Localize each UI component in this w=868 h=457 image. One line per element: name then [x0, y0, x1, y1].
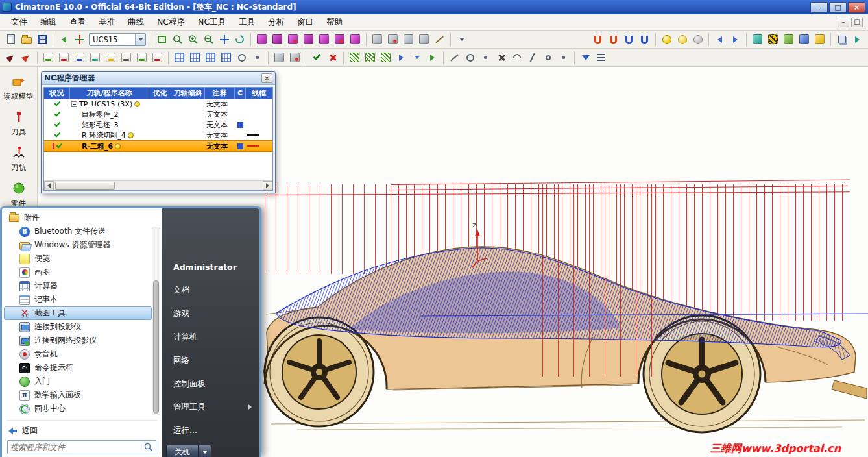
start-right-control-panel[interactable]: 控制面板	[162, 372, 259, 395]
start-item-sticky-notes[interactable]: 便笺	[4, 252, 152, 266]
layers-icon[interactable]	[834, 32, 849, 47]
point-entity-icon[interactable]	[250, 50, 265, 65]
cross-tool-icon[interactable]	[494, 50, 509, 65]
start-right-computer[interactable]: 计算机	[162, 325, 259, 349]
clamp-icon-1[interactable]	[590, 32, 605, 47]
start-item-network-projector[interactable]: 连接到网络投影仪	[4, 334, 152, 347]
circle-tool-icon[interactable]	[463, 50, 477, 65]
scroll-thumb[interactable]	[55, 182, 115, 190]
menu-help[interactable]: 帮助	[320, 15, 348, 30]
mdi-minimize-button[interactable]: –	[838, 18, 849, 27]
style-icon-4[interactable]	[88, 50, 102, 65]
start-right-documents[interactable]: 文档	[162, 278, 259, 302]
style-icon-8[interactable]	[150, 50, 165, 65]
table-icon-1[interactable]	[172, 50, 187, 65]
mdi-restore-button[interactable]: □	[851, 18, 863, 27]
menu-nc-tools[interactable]: NC工具	[192, 15, 232, 30]
zoom-out-icon[interactable]	[201, 32, 216, 47]
start-menu-scrollbar[interactable]	[152, 227, 160, 415]
point-tool-icon[interactable]	[478, 50, 493, 65]
arrow-right-icon[interactable]	[394, 50, 409, 65]
col-wireframe[interactable]: 线框	[246, 88, 272, 99]
col-optimize[interactable]: 优化	[149, 88, 171, 99]
rotate-view-icon[interactable]	[232, 32, 247, 47]
solid-cube-icon-3[interactable]	[401, 32, 416, 47]
nc-row-stock[interactable]: 矩形毛坯_3 无文本	[44, 119, 272, 130]
previous-view-icon[interactable]	[56, 32, 71, 47]
start-item-getting-started[interactable]: 入门	[4, 375, 152, 388]
circle-entity-icon[interactable]	[234, 50, 249, 65]
start-right-games[interactable]: 游戏	[162, 302, 259, 325]
sidebar-item-toolpath[interactable]: 刀轨	[11, 146, 26, 173]
nc-row-toolpath-group[interactable]: TP_UCS15 (3X) 无文本	[44, 99, 272, 109]
start-item-sound-recorder[interactable]: 录音机	[4, 347, 152, 361]
sidebar-item-part[interactable]: 零件	[11, 182, 26, 208]
ucs-axes-icon[interactable]	[72, 32, 87, 47]
menu-edit[interactable]: 编辑	[34, 15, 62, 30]
nc-row-contour-cut[interactable]: R-环绕切削_4 无文本	[44, 130, 272, 140]
col-note[interactable]: 注释	[205, 88, 235, 99]
line-tool-icon[interactable]	[447, 50, 462, 65]
table-icon-3[interactable]	[203, 50, 218, 65]
start-item-projector[interactable]: 连接到投影仪	[4, 320, 152, 334]
tp-cube-icon-5[interactable]	[317, 32, 332, 47]
arrow-down-icon[interactable]	[409, 50, 424, 65]
ucs-selector[interactable]: UCS15	[89, 33, 146, 46]
vise-icon-2[interactable]	[287, 50, 302, 65]
style-icon-1[interactable]	[41, 50, 56, 65]
arc-tool-icon[interactable]	[509, 50, 524, 65]
start-item-explorer[interactable]: Windows 资源管理器	[4, 238, 152, 252]
arrow-pair-icon[interactable]	[425, 50, 440, 65]
select-cursor-icon[interactable]	[3, 50, 18, 65]
save-icon[interactable]	[34, 32, 49, 47]
start-item-math-input[interactable]: 数学输入面板	[4, 388, 152, 402]
style-icon-7[interactable]	[134, 50, 149, 65]
col-tilt[interactable]: 刀轴倾斜	[171, 88, 205, 99]
zoom-window-icon[interactable]	[170, 32, 185, 47]
close-button[interactable]: ×	[848, 2, 865, 13]
dot-tool-icon[interactable]	[556, 50, 571, 65]
pick-cursor-icon[interactable]	[19, 50, 34, 65]
menu-view[interactable]: 查看	[64, 15, 91, 30]
misc-icon-1[interactable]	[750, 32, 765, 47]
lightbulb-icon[interactable]	[134, 101, 140, 107]
menu-file[interactable]: 文件	[5, 15, 33, 30]
lightbulb-icon[interactable]	[128, 132, 134, 138]
solid-cube-icon-2[interactable]	[385, 32, 400, 47]
tp-cube-icon-6[interactable]	[332, 32, 347, 47]
start-back-button[interactable]: 返回	[2, 423, 162, 439]
small-circle-tool-icon[interactable]	[540, 50, 555, 65]
start-item-snipping-tool[interactable]: 截图工具	[4, 306, 152, 320]
hatch-icon-1[interactable]	[347, 50, 362, 65]
menu-nc-program[interactable]: NC程序	[151, 15, 191, 30]
nc-close-button[interactable]: ×	[261, 73, 272, 83]
style-icon-2[interactable]	[56, 50, 71, 65]
clamp-icon-3[interactable]	[621, 32, 636, 47]
nc-horizontal-scrollbar[interactable]	[44, 180, 272, 190]
next-arrow-icon[interactable]	[728, 32, 743, 47]
style-icon-6[interactable]	[119, 50, 134, 65]
col-status[interactable]: 状况	[44, 88, 70, 99]
menu-tools[interactable]: 工具	[233, 15, 261, 30]
tree-collapse-icon[interactable]	[71, 101, 77, 107]
start-item-bluetooth[interactable]: Bluetooth 文件传送	[4, 225, 152, 238]
lightbulb-icon[interactable]	[115, 143, 121, 149]
open-file-icon[interactable]	[19, 32, 34, 47]
tp-cube-icon-1[interactable]	[254, 32, 269, 47]
scroll-track[interactable]	[54, 181, 263, 190]
reject-icon[interactable]	[325, 50, 340, 65]
col-c[interactable]: C	[235, 88, 246, 99]
nc-row-rough-2-selected[interactable]: R-二粗_6 无文本	[44, 140, 272, 152]
search-input[interactable]	[10, 443, 142, 452]
start-menu-scroll-thumb[interactable]	[153, 280, 159, 414]
solid-cube-icon-1[interactable]	[370, 32, 385, 47]
hatch-icon-2[interactable]	[363, 50, 378, 65]
table-icon-2[interactable]	[187, 50, 202, 65]
nc-window-titlebar[interactable]: NC程序管理器 ×	[42, 72, 275, 85]
light-on-icon[interactable]	[659, 32, 674, 47]
scroll-right-button[interactable]	[263, 181, 272, 190]
ucs-dropdown-button[interactable]	[135, 34, 145, 45]
sidebar-item-tool[interactable]: 刀具	[11, 110, 26, 137]
menu-window[interactable]: 窗口	[291, 15, 319, 30]
light-mid-icon[interactable]	[675, 32, 690, 47]
